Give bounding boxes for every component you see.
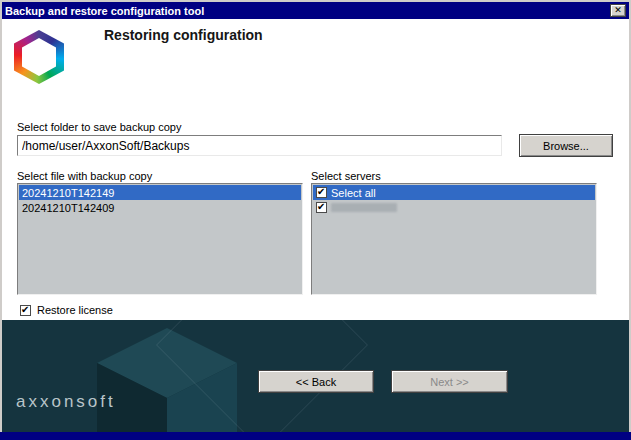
axxonsoft-logo-icon <box>14 30 64 84</box>
browse-button[interactable]: Browse... <box>519 134 613 157</box>
restore-license-checkbox[interactable] <box>20 305 31 316</box>
window-title: Backup and restore configuration tool <box>5 5 204 17</box>
back-button[interactable]: << Back <box>258 370 374 393</box>
backup-file-name: 20241210T142149 <box>22 187 114 199</box>
server-item-label: Select all <box>331 187 376 199</box>
servers-list[interactable]: Select all <box>311 183 597 295</box>
server-item-select-all[interactable]: Select all <box>313 185 595 200</box>
backup-file-item[interactable]: 20241210T142409 <box>19 200 301 215</box>
backup-folder-input[interactable] <box>17 135 502 156</box>
restore-license-row[interactable]: Restore license <box>20 304 113 316</box>
next-button[interactable]: Next >> <box>391 370 508 393</box>
redacted-server-name <box>331 203 397 212</box>
backup-list-label: Select file with backup copy <box>17 170 152 182</box>
title-bar[interactable]: Backup and restore configuration tool ✕ <box>2 2 629 19</box>
backup-file-list[interactable]: 20241210T142149 20241210T142409 <box>17 183 303 295</box>
restore-license-label: Restore license <box>37 304 113 316</box>
page-title: Restoring configuration <box>104 27 263 43</box>
folder-label: Select folder to save backup copy <box>17 121 181 133</box>
select-all-checkbox[interactable] <box>316 187 327 198</box>
backup-file-item[interactable]: 20241210T142149 <box>19 185 301 200</box>
app-window: Backup and restore configuration tool ✕ … <box>0 0 631 440</box>
bottom-frame-strip <box>0 432 631 440</box>
axxonsoft-wordmark: axxonsoft <box>16 392 116 412</box>
servers-list-label: Select servers <box>311 170 381 182</box>
server-item[interactable] <box>313 200 595 215</box>
backup-file-name: 20241210T142409 <box>22 202 114 214</box>
close-icon[interactable]: ✕ <box>610 4 626 17</box>
logo-hole <box>22 38 56 76</box>
server-checkbox[interactable] <box>316 202 327 213</box>
